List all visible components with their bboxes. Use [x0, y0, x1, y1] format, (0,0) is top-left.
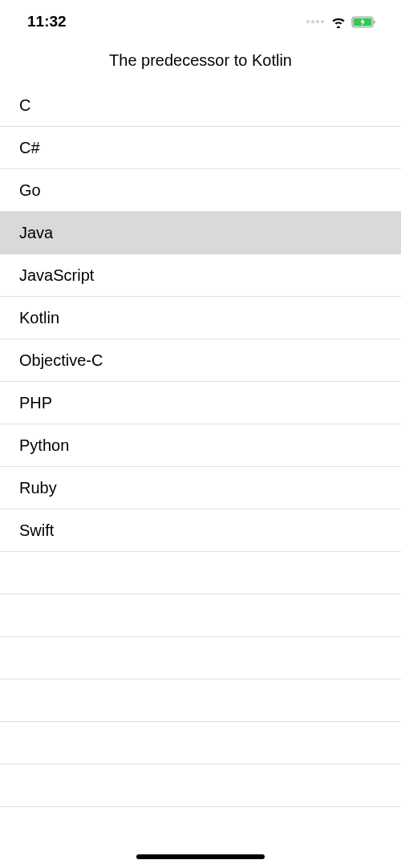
list-item[interactable]: Go: [0, 169, 401, 212]
list-item-empty: [0, 594, 401, 637]
list-item-empty: [0, 552, 401, 594]
page-header: The predecessor to Kotlin: [0, 43, 401, 84]
list-item[interactable]: Ruby: [0, 467, 401, 509]
list-item-empty: [0, 679, 401, 722]
home-indicator[interactable]: [136, 854, 265, 859]
list-item-label: C#: [19, 139, 40, 157]
language-list: CC#GoJavaJavaScriptKotlinObjective-CPHPP…: [0, 84, 401, 807]
list-item[interactable]: Java: [0, 212, 401, 254]
wifi-icon: [330, 16, 346, 28]
list-item-empty: [0, 765, 401, 807]
battery-charging-icon: [351, 16, 377, 28]
list-item[interactable]: PHP: [0, 382, 401, 424]
list-item-empty: [0, 637, 401, 679]
status-right: [306, 16, 377, 28]
list-item[interactable]: C: [0, 84, 401, 127]
list-item-label: Swift: [19, 521, 54, 540]
list-item[interactable]: Kotlin: [0, 297, 401, 339]
page-title: The predecessor to Kotlin: [0, 51, 401, 70]
list-item-label: PHP: [19, 394, 52, 412]
list-item-label: JavaScript: [19, 266, 94, 285]
list-item[interactable]: JavaScript: [0, 254, 401, 297]
list-item-empty: [0, 722, 401, 765]
list-item-label: Ruby: [19, 479, 57, 497]
cellular-dots-icon: [306, 20, 324, 23]
list-item-label: Go: [19, 181, 41, 200]
list-item-label: Objective-C: [19, 351, 103, 370]
list-item-label: C: [19, 96, 30, 115]
status-bar: 11:32: [0, 0, 401, 43]
status-time: 11:32: [27, 13, 67, 30]
list-item-label: Python: [19, 436, 69, 455]
list-item-label: Kotlin: [19, 309, 59, 327]
list-item[interactable]: C#: [0, 127, 401, 169]
list-item[interactable]: Objective-C: [0, 339, 401, 382]
list-item-label: Java: [19, 224, 53, 242]
list-item[interactable]: Python: [0, 424, 401, 467]
list-item[interactable]: Swift: [0, 509, 401, 552]
